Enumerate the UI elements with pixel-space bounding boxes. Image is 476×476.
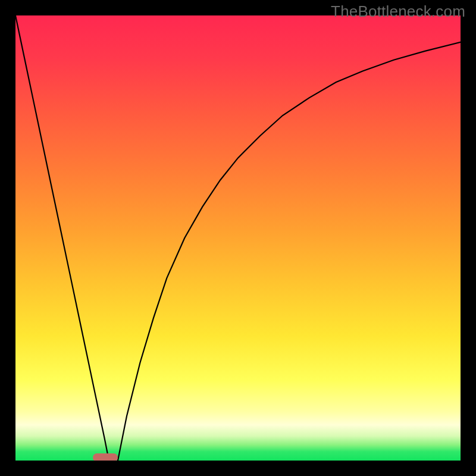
frame-border-left <box>0 15 15 476</box>
curve-left-branch <box>15 15 109 461</box>
bottleneck-curve <box>15 15 461 461</box>
watermark-text: TheBottleneck.com <box>331 2 465 21</box>
frame-border-bottom <box>0 461 476 476</box>
chart-frame: TheBottleneck.com <box>0 0 476 476</box>
frame-border-right <box>461 15 476 476</box>
curve-right-branch <box>118 42 461 461</box>
